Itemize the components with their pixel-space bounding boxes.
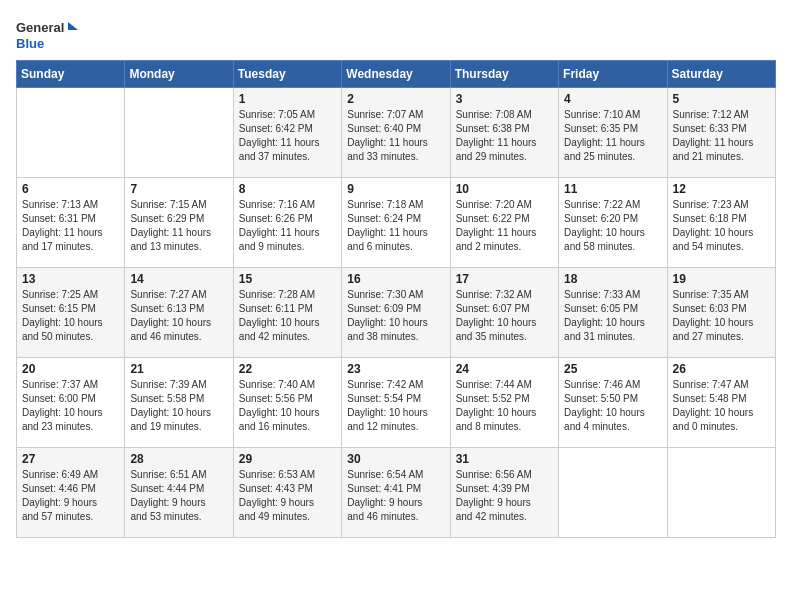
- day-number: 8: [239, 182, 336, 196]
- svg-marker-2: [68, 22, 78, 30]
- day-info: Sunrise: 7:30 AM Sunset: 6:09 PM Dayligh…: [347, 288, 444, 344]
- calendar-table: SundayMondayTuesdayWednesdayThursdayFrid…: [16, 60, 776, 538]
- day-info: Sunrise: 7:27 AM Sunset: 6:13 PM Dayligh…: [130, 288, 227, 344]
- day-number: 29: [239, 452, 336, 466]
- calendar-header-row: SundayMondayTuesdayWednesdayThursdayFrid…: [17, 61, 776, 88]
- calendar-day-cell: 6Sunrise: 7:13 AM Sunset: 6:31 PM Daylig…: [17, 178, 125, 268]
- day-number: 25: [564, 362, 661, 376]
- day-number: 5: [673, 92, 770, 106]
- day-number: 27: [22, 452, 119, 466]
- calendar-day-cell: 7Sunrise: 7:15 AM Sunset: 6:29 PM Daylig…: [125, 178, 233, 268]
- calendar-week-row: 6Sunrise: 7:13 AM Sunset: 6:31 PM Daylig…: [17, 178, 776, 268]
- calendar-day-cell: 26Sunrise: 7:47 AM Sunset: 5:48 PM Dayli…: [667, 358, 775, 448]
- day-number: 13: [22, 272, 119, 286]
- day-info: Sunrise: 7:42 AM Sunset: 5:54 PM Dayligh…: [347, 378, 444, 434]
- day-number: 20: [22, 362, 119, 376]
- day-number: 2: [347, 92, 444, 106]
- calendar-day-cell: 25Sunrise: 7:46 AM Sunset: 5:50 PM Dayli…: [559, 358, 667, 448]
- day-number: 26: [673, 362, 770, 376]
- calendar-header-cell: Tuesday: [233, 61, 341, 88]
- day-info: Sunrise: 7:12 AM Sunset: 6:33 PM Dayligh…: [673, 108, 770, 164]
- day-info: Sunrise: 7:40 AM Sunset: 5:56 PM Dayligh…: [239, 378, 336, 434]
- day-info: Sunrise: 7:39 AM Sunset: 5:58 PM Dayligh…: [130, 378, 227, 434]
- day-info: Sunrise: 7:10 AM Sunset: 6:35 PM Dayligh…: [564, 108, 661, 164]
- day-info: Sunrise: 7:16 AM Sunset: 6:26 PM Dayligh…: [239, 198, 336, 254]
- calendar-header-cell: Saturday: [667, 61, 775, 88]
- calendar-header-cell: Friday: [559, 61, 667, 88]
- day-info: Sunrise: 6:51 AM Sunset: 4:44 PM Dayligh…: [130, 468, 227, 524]
- calendar-day-cell: 3Sunrise: 7:08 AM Sunset: 6:38 PM Daylig…: [450, 88, 558, 178]
- svg-text:General: General: [16, 20, 64, 35]
- calendar-day-cell: 2Sunrise: 7:07 AM Sunset: 6:40 PM Daylig…: [342, 88, 450, 178]
- day-info: Sunrise: 7:07 AM Sunset: 6:40 PM Dayligh…: [347, 108, 444, 164]
- calendar-day-cell: 22Sunrise: 7:40 AM Sunset: 5:56 PM Dayli…: [233, 358, 341, 448]
- calendar-day-cell: 31Sunrise: 6:56 AM Sunset: 4:39 PM Dayli…: [450, 448, 558, 538]
- day-number: 14: [130, 272, 227, 286]
- calendar-day-cell: [667, 448, 775, 538]
- page-header: GeneralBlue: [16, 16, 776, 52]
- day-info: Sunrise: 7:44 AM Sunset: 5:52 PM Dayligh…: [456, 378, 553, 434]
- calendar-day-cell: 16Sunrise: 7:30 AM Sunset: 6:09 PM Dayli…: [342, 268, 450, 358]
- day-number: 16: [347, 272, 444, 286]
- calendar-day-cell: 5Sunrise: 7:12 AM Sunset: 6:33 PM Daylig…: [667, 88, 775, 178]
- day-info: Sunrise: 6:56 AM Sunset: 4:39 PM Dayligh…: [456, 468, 553, 524]
- day-number: 12: [673, 182, 770, 196]
- day-info: Sunrise: 7:18 AM Sunset: 6:24 PM Dayligh…: [347, 198, 444, 254]
- calendar-day-cell: 13Sunrise: 7:25 AM Sunset: 6:15 PM Dayli…: [17, 268, 125, 358]
- day-number: 30: [347, 452, 444, 466]
- calendar-day-cell: 30Sunrise: 6:54 AM Sunset: 4:41 PM Dayli…: [342, 448, 450, 538]
- day-info: Sunrise: 7:13 AM Sunset: 6:31 PM Dayligh…: [22, 198, 119, 254]
- calendar-day-cell: 9Sunrise: 7:18 AM Sunset: 6:24 PM Daylig…: [342, 178, 450, 268]
- day-info: Sunrise: 7:28 AM Sunset: 6:11 PM Dayligh…: [239, 288, 336, 344]
- day-number: 1: [239, 92, 336, 106]
- logo: GeneralBlue: [16, 16, 81, 52]
- calendar-day-cell: 15Sunrise: 7:28 AM Sunset: 6:11 PM Dayli…: [233, 268, 341, 358]
- day-info: Sunrise: 7:32 AM Sunset: 6:07 PM Dayligh…: [456, 288, 553, 344]
- day-number: 24: [456, 362, 553, 376]
- calendar-header-cell: Monday: [125, 61, 233, 88]
- day-info: Sunrise: 7:23 AM Sunset: 6:18 PM Dayligh…: [673, 198, 770, 254]
- day-number: 7: [130, 182, 227, 196]
- calendar-day-cell: 14Sunrise: 7:27 AM Sunset: 6:13 PM Dayli…: [125, 268, 233, 358]
- day-number: 18: [564, 272, 661, 286]
- calendar-week-row: 20Sunrise: 7:37 AM Sunset: 6:00 PM Dayli…: [17, 358, 776, 448]
- calendar-day-cell: 4Sunrise: 7:10 AM Sunset: 6:35 PM Daylig…: [559, 88, 667, 178]
- day-info: Sunrise: 7:05 AM Sunset: 6:42 PM Dayligh…: [239, 108, 336, 164]
- day-info: Sunrise: 7:35 AM Sunset: 6:03 PM Dayligh…: [673, 288, 770, 344]
- calendar-day-cell: 27Sunrise: 6:49 AM Sunset: 4:46 PM Dayli…: [17, 448, 125, 538]
- calendar-day-cell: 17Sunrise: 7:32 AM Sunset: 6:07 PM Dayli…: [450, 268, 558, 358]
- day-info: Sunrise: 6:54 AM Sunset: 4:41 PM Dayligh…: [347, 468, 444, 524]
- calendar-day-cell: 29Sunrise: 6:53 AM Sunset: 4:43 PM Dayli…: [233, 448, 341, 538]
- calendar-day-cell: 1Sunrise: 7:05 AM Sunset: 6:42 PM Daylig…: [233, 88, 341, 178]
- day-number: 23: [347, 362, 444, 376]
- day-number: 19: [673, 272, 770, 286]
- day-number: 4: [564, 92, 661, 106]
- calendar-body: 1Sunrise: 7:05 AM Sunset: 6:42 PM Daylig…: [17, 88, 776, 538]
- day-info: Sunrise: 7:33 AM Sunset: 6:05 PM Dayligh…: [564, 288, 661, 344]
- calendar-day-cell: 19Sunrise: 7:35 AM Sunset: 6:03 PM Dayli…: [667, 268, 775, 358]
- day-number: 28: [130, 452, 227, 466]
- calendar-day-cell: 18Sunrise: 7:33 AM Sunset: 6:05 PM Dayli…: [559, 268, 667, 358]
- calendar-header-cell: Wednesday: [342, 61, 450, 88]
- day-number: 6: [22, 182, 119, 196]
- calendar-day-cell: [125, 88, 233, 178]
- day-info: Sunrise: 7:25 AM Sunset: 6:15 PM Dayligh…: [22, 288, 119, 344]
- calendar-day-cell: 24Sunrise: 7:44 AM Sunset: 5:52 PM Dayli…: [450, 358, 558, 448]
- day-info: Sunrise: 7:37 AM Sunset: 6:00 PM Dayligh…: [22, 378, 119, 434]
- day-number: 31: [456, 452, 553, 466]
- day-number: 9: [347, 182, 444, 196]
- day-number: 11: [564, 182, 661, 196]
- calendar-day-cell: [559, 448, 667, 538]
- calendar-header-cell: Thursday: [450, 61, 558, 88]
- day-info: Sunrise: 7:20 AM Sunset: 6:22 PM Dayligh…: [456, 198, 553, 254]
- day-number: 22: [239, 362, 336, 376]
- day-number: 10: [456, 182, 553, 196]
- calendar-day-cell: 21Sunrise: 7:39 AM Sunset: 5:58 PM Dayli…: [125, 358, 233, 448]
- day-number: 21: [130, 362, 227, 376]
- calendar-day-cell: 28Sunrise: 6:51 AM Sunset: 4:44 PM Dayli…: [125, 448, 233, 538]
- day-number: 15: [239, 272, 336, 286]
- calendar-day-cell: 23Sunrise: 7:42 AM Sunset: 5:54 PM Dayli…: [342, 358, 450, 448]
- calendar-week-row: 1Sunrise: 7:05 AM Sunset: 6:42 PM Daylig…: [17, 88, 776, 178]
- calendar-week-row: 13Sunrise: 7:25 AM Sunset: 6:15 PM Dayli…: [17, 268, 776, 358]
- calendar-header-cell: Sunday: [17, 61, 125, 88]
